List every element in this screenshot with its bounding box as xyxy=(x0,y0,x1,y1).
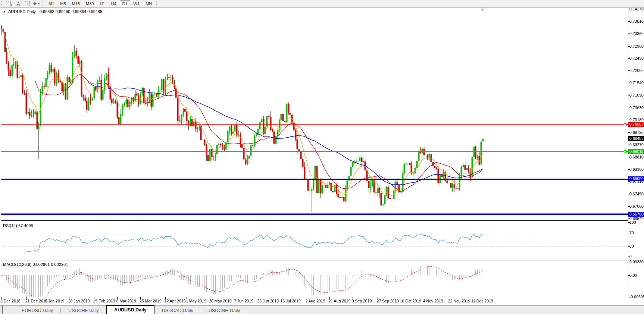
tabs-holder: EURUSD,DailyUSDCHF,DailyAUDUSD,DailyUSDC… xyxy=(14,306,248,314)
resistance-level-label: 0.70007 xyxy=(628,122,644,127)
timeframe-button-m30[interactable]: M30 xyxy=(83,0,96,7)
cursor-f-tool-button[interactable]: F xyxy=(5,0,13,7)
tab-bar-left-edge xyxy=(2,306,14,314)
symbol-dropdown-icon[interactable]: ▼ xyxy=(3,10,6,13)
date-tick-label: 16 Oct 2019 xyxy=(400,299,421,303)
price-tick-label: 0.69270 xyxy=(629,142,644,147)
tab-usdcnh[interactable]: USDCNH,Daily xyxy=(201,307,248,314)
date-tick-label: 27 Sep 2019 xyxy=(377,299,399,303)
chevron-down-icon: ▾ xyxy=(38,2,40,6)
rsi-axis-label: 30 xyxy=(629,244,634,248)
text-box-tool-button[interactable]: T xyxy=(23,0,31,7)
date-tick-label: 3 Dec 2018 xyxy=(0,299,21,303)
tab-eurusd[interactable]: EURUSD,Daily xyxy=(14,307,60,314)
date-tick-label: 7 Jun 2019 xyxy=(234,299,253,303)
current-price-label: 0.69485 xyxy=(628,136,644,141)
support-level-label: 0.69011 xyxy=(628,149,644,154)
price-tick-label: 0.68810 xyxy=(629,155,644,159)
timeframe-button-h1[interactable]: H1 xyxy=(97,0,107,7)
price-tick-label: 0.71090 xyxy=(629,93,644,97)
blue-level-label: 0.68000 xyxy=(628,176,644,181)
price-tick-label: 0.70180 xyxy=(629,117,644,122)
rsi-indicator-label: RSI(14) 67.4095 xyxy=(3,223,33,228)
text-label-tool-button[interactable]: A xyxy=(14,0,22,7)
date-tick-label: 11 Dec 2019 xyxy=(471,299,493,303)
date-tick-label: 26 Jun 2019 xyxy=(257,299,279,303)
price-tick-label: 0.71540 xyxy=(629,81,644,85)
tab-usdchf[interactable]: USDCHF,Daily xyxy=(61,307,106,314)
date-tick-label: 25 Mar 2019 xyxy=(140,299,162,303)
timeframe-button-w1[interactable]: W1 xyxy=(131,0,143,7)
price-tick-label: 0.69720 xyxy=(629,130,644,135)
toolbar-grip[interactable] xyxy=(1,1,3,6)
rsi-axis-label: 0 xyxy=(629,254,632,259)
date-tick-label: 22 Nov 2019 xyxy=(448,299,471,303)
date-tick-label: 4 Nov 2019 xyxy=(423,299,443,303)
shapes-tool-button[interactable]: ❖ ▾ xyxy=(32,0,40,7)
timeframe-button-m5[interactable]: M5 xyxy=(57,0,68,7)
timeframe-button-m15[interactable]: M15 xyxy=(69,0,82,7)
macd-axis-label: -0.006082 xyxy=(629,295,644,299)
toolbar-grip[interactable] xyxy=(156,1,158,6)
tab-audusd[interactable]: AUDUSD,Daily xyxy=(106,305,154,314)
date-tick-label: 6 Mar 2019 xyxy=(116,299,136,303)
macd-axis-label: 0.00 xyxy=(629,273,637,277)
date-tick-label: 15 Feb 2019 xyxy=(93,299,115,303)
blue-low-level-label: 0.66700 xyxy=(628,212,644,217)
shapes-icon: ❖ xyxy=(33,1,37,6)
price-tick-label: 0.73810 xyxy=(629,19,644,23)
rsi-axis-label: 70 xyxy=(629,230,634,235)
chart-tab-bar: EURUSD,DailyUSDCHF,DailyAUDUSD,DailyUSDC… xyxy=(0,305,644,314)
symbol-name: AUDUSD,Daily xyxy=(8,9,36,14)
macd-indicator-label: MACD(12,26,9) 0.002961 0.002201 xyxy=(3,262,68,267)
date-tick-label: 28 Jan 2019 xyxy=(68,299,90,303)
timeframe-group: M1M5M15M30H1H4D1W1MN xyxy=(46,0,155,7)
date-tick-label: 15 Jul 2019 xyxy=(280,299,300,303)
date-tick-label: 20 May 2019 xyxy=(209,299,232,303)
date-tick-label: 21 Dec 2018 xyxy=(25,299,48,303)
price-tick-label: 0.72900 xyxy=(629,44,644,48)
date-tick-label: 9 Sep 2019 xyxy=(352,299,372,303)
date-tick-label: 21 Aug 2019 xyxy=(329,299,351,303)
dashed-box-icon xyxy=(6,1,11,6)
t-box-icon: T xyxy=(25,1,30,6)
timeframe-button-mn[interactable]: MN xyxy=(143,0,154,7)
chart-title: ▼ AUDUSD,Daily 0.69383 0.69490 0.69364 0… xyxy=(3,9,102,14)
text-a-icon: A xyxy=(17,1,20,7)
price-tick-label: 0.73360 xyxy=(629,31,644,36)
date-tick-label: 1 May 2019 xyxy=(186,299,206,303)
price-tick-label: 0.72000 xyxy=(629,68,644,73)
price-tick-label: 0.70630 xyxy=(629,106,644,110)
timeframe-button-d1[interactable]: D1 xyxy=(120,0,130,7)
tab-divider xyxy=(248,308,248,313)
f-icon: F xyxy=(11,4,13,6)
rsi-axis-label: 100 xyxy=(629,220,636,224)
date-tick-label: 12 Apr 2019 xyxy=(165,299,186,303)
price-tick-label: 0.67450 xyxy=(629,192,644,196)
price-tick-label: 0.68360 xyxy=(629,167,644,172)
timeframe-button-h4[interactable]: H4 xyxy=(108,0,119,7)
chart-canvas[interactable] xyxy=(0,0,644,314)
date-tick-label: 2 Aug 2019 xyxy=(305,299,325,303)
mt4-chart-window: F A T ❖ ▾ M1M5M15M30H1H4D1W1MN ▼ AUDUSD,… xyxy=(0,0,644,314)
price-tick-label: 0.72450 xyxy=(629,56,644,60)
toolbar: F A T ❖ ▾ M1M5M15M30H1H4D1W1MN xyxy=(0,0,644,8)
ohlc-quote: 0.69383 0.69490 0.69364 0.69485 xyxy=(40,9,102,14)
date-tick-label: 9 Jan 2019 xyxy=(45,299,65,303)
toolbar-grip[interactable] xyxy=(42,1,44,6)
timeframe-button-m1[interactable]: M1 xyxy=(46,0,57,7)
price-tick-label: 0.67000 xyxy=(629,204,644,208)
tab-usdcad[interactable]: USDCAD,Daily xyxy=(154,307,201,314)
macd-axis-label: 0.003804 xyxy=(629,260,644,264)
